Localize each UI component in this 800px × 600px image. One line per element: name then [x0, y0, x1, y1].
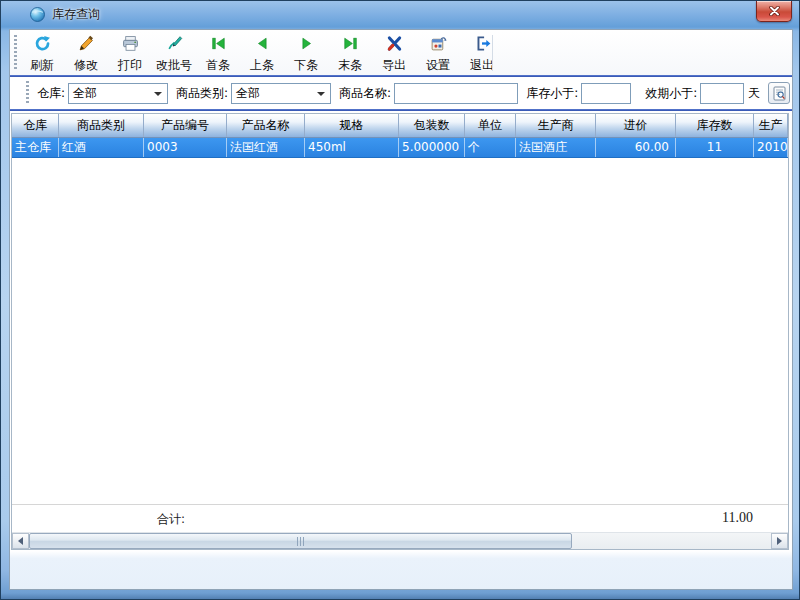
expiry-less-label: 效期小于: [645, 85, 697, 102]
chevron-down-icon [317, 92, 325, 96]
filterbar-grip[interactable] [26, 81, 29, 105]
cell-purchase-price: 60.00 [596, 138, 676, 157]
scroll-right-button[interactable] [771, 533, 788, 549]
toolbar-button-label: 退出 [470, 58, 494, 72]
edit-icon [78, 35, 95, 52]
batch-edit-pen-icon [166, 35, 183, 52]
window-title: 库存查询 [52, 1, 100, 29]
toolbar-button-label: 刷新 [30, 58, 54, 72]
total-value: 11.00 [722, 510, 753, 526]
edit-button[interactable]: 修改 [64, 32, 108, 74]
cell-warehouse: 主仓库 [12, 138, 59, 157]
toolbar-button-label: 末条 [338, 58, 362, 72]
prev-record-icon [254, 35, 271, 52]
toolbar-divider [492, 35, 493, 71]
cell-category: 红酒 [59, 138, 144, 157]
column-header-stock-count[interactable]: 库存数 [676, 114, 754, 137]
toolbar-grip[interactable] [14, 35, 17, 71]
scroll-left-button[interactable] [12, 533, 29, 549]
cell-spec: 450ml [305, 138, 399, 157]
filter-bar: 仓库: 全部 商品类别: 全部 商品名称: 库存小于: 效期小于: 天 [10, 77, 792, 109]
cell-stock-count: 11 [676, 138, 754, 157]
cell-unit: 个 [465, 138, 516, 157]
first-record-icon [210, 35, 227, 52]
cell-pack-count: 5.000000 [399, 138, 465, 157]
batch-edit-button[interactable]: 改批号 [152, 32, 196, 74]
column-header-purchase-price[interactable]: 进价 [596, 114, 676, 137]
days-label: 天 [748, 85, 760, 102]
toolbar-button-label: 改批号 [156, 58, 192, 72]
column-header-product-id[interactable]: 产品编号 [144, 114, 227, 137]
search-button[interactable] [768, 82, 790, 104]
search-document-icon [773, 86, 786, 101]
column-header-warehouse[interactable]: 仓库 [12, 114, 59, 137]
grid-footer-row: 合计: 11.00 [12, 504, 788, 532]
globe-sphere-icon [29, 6, 46, 23]
column-header-category[interactable]: 商品类别 [59, 114, 144, 137]
export-x-icon [386, 35, 403, 52]
toolbar-button-label: 打印 [118, 58, 142, 72]
column-header-production-date[interactable]: 生产 [754, 114, 788, 137]
close-button[interactable] [756, 1, 792, 22]
product-name-label: 商品名称: [339, 85, 391, 102]
last-record-icon [342, 35, 359, 52]
grid-header-row: 仓库 商品类别 产品编号 产品名称 规格 包装数 单位 生产商 进价 库存数 生… [12, 114, 788, 138]
warehouse-selected-value: 全部 [73, 86, 97, 100]
print-button[interactable]: 打印 [108, 32, 152, 74]
column-header-spec[interactable]: 规格 [305, 114, 399, 137]
warehouse-label: 仓库: [37, 85, 65, 102]
toolbar: 刷新 修改 打印 [10, 31, 792, 75]
first-record-button[interactable]: 首条 [196, 32, 240, 74]
settings-form-icon [430, 35, 447, 52]
chevron-down-icon [154, 92, 162, 96]
window-bottom-strip [10, 551, 792, 589]
close-icon [769, 6, 780, 16]
next-record-button[interactable]: 下条 [284, 32, 328, 74]
toolbar-button-label: 首条 [206, 58, 230, 72]
print-icon [122, 35, 139, 52]
cell-product-id: 0003 [144, 138, 227, 157]
column-header-pack-count[interactable]: 包装数 [399, 114, 465, 137]
titlebar: 库存查询 [1, 1, 800, 29]
toolbar-button-label: 上条 [250, 58, 274, 72]
export-button[interactable]: 导出 [372, 32, 416, 74]
scrollbar-thumb[interactable] [29, 533, 572, 549]
thumb-grip-icon [297, 537, 305, 546]
cell-production-date: 2010- [754, 138, 788, 157]
table-row-selected[interactable]: 主仓库 红酒 0003 法国红酒 450ml 5.000000 个 法国酒庄 6… [12, 138, 788, 158]
scroll-left-icon [18, 537, 23, 545]
category-selected-value: 全部 [236, 86, 260, 100]
stock-less-input[interactable] [581, 83, 631, 104]
horizontal-scrollbar[interactable] [12, 532, 788, 549]
app-window: 库存查询 刷新 [0, 0, 800, 600]
category-label: 商品类别: [176, 85, 228, 102]
scroll-right-icon [777, 537, 782, 545]
exit-door-icon [474, 35, 491, 52]
toolbar-button-label: 修改 [74, 58, 98, 72]
refresh-button[interactable]: 刷新 [20, 32, 64, 74]
toolbar-button-label: 设置 [426, 58, 450, 72]
toolbar-button-label: 导出 [382, 58, 406, 72]
separator-line [10, 109, 792, 111]
column-header-product-name[interactable]: 产品名称 [227, 114, 305, 137]
prev-record-button[interactable]: 上条 [240, 32, 284, 74]
settings-button[interactable]: 设置 [416, 32, 460, 74]
refresh-icon [34, 35, 51, 52]
warehouse-select[interactable]: 全部 [68, 83, 168, 104]
inventory-grid: 仓库 商品类别 产品编号 产品名称 规格 包装数 单位 生产商 进价 库存数 生… [11, 113, 789, 550]
total-label: 合计: [157, 511, 185, 528]
last-record-button[interactable]: 末条 [328, 32, 372, 74]
cell-product-name: 法国红酒 [227, 138, 305, 157]
column-header-unit[interactable]: 单位 [465, 114, 516, 137]
expiry-less-input[interactable] [700, 83, 744, 104]
stock-less-label: 库存小于: [526, 85, 578, 102]
toolbar-buttons: 刷新 修改 打印 [20, 32, 504, 74]
exit-button[interactable]: 退出 [460, 32, 504, 74]
product-name-input[interactable] [394, 83, 518, 104]
column-header-manufacturer[interactable]: 生产商 [516, 114, 596, 137]
category-select[interactable]: 全部 [231, 83, 331, 104]
grid-empty-area [12, 158, 788, 504]
cell-manufacturer: 法国酒庄 [516, 138, 596, 157]
toolbar-button-label: 下条 [294, 58, 318, 72]
next-record-icon [298, 35, 315, 52]
